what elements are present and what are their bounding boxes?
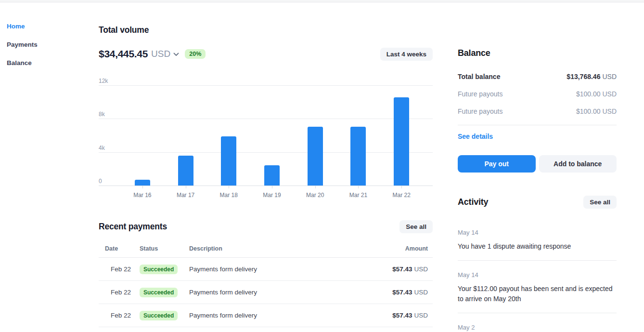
pay-out-button[interactable]: Pay out: [458, 155, 536, 173]
activity-title: Activity: [458, 197, 488, 207]
date-range-button[interactable]: Last 4 weeks: [380, 48, 433, 61]
recent-payments-title: Recent payments: [99, 222, 167, 232]
payments-see-all-button[interactable]: See all: [399, 220, 433, 233]
currency-label: USD: [151, 49, 170, 59]
x-axis-tick-label: Mar 22: [370, 192, 433, 199]
total-volume-summary: $34,445.45 USD 20% Last 4 weeks: [99, 47, 433, 61]
volume-chart: 12k8k4k0Mar 16Mar 17Mar 18Mar 19Mar 20Ma…: [99, 80, 433, 198]
column-header-amount: Amount: [365, 245, 428, 252]
payment-description: Payments form delivery: [189, 266, 365, 273]
sidebar-item-home[interactable]: Home: [7, 23, 84, 30]
activity-see-all-button[interactable]: See all: [583, 196, 617, 209]
payment-row[interactable]: Feb 22 Succeeded Payments form delivery …: [99, 281, 433, 304]
bar-mar-22: [394, 97, 409, 186]
chevron-down-icon: [173, 53, 179, 56]
x-axis-tick-mark: [272, 186, 272, 188]
activity-date: May 14: [458, 229, 617, 236]
balance-row-label: Future payouts: [458, 107, 502, 115]
payment-currency: USD: [414, 312, 428, 319]
balance-row-future-payouts: Future payouts $100.00 USD: [458, 90, 617, 98]
status-badge: Succeeded: [140, 288, 178, 297]
payment-currency: USD: [414, 289, 428, 296]
payment-row[interactable]: Feb 22 Succeeded Payments form delivery …: [99, 304, 433, 327]
sidebar: Home Payments Balance: [7, 23, 84, 78]
sidebar-item-balance[interactable]: Balance: [7, 60, 84, 66]
column-header-status: Status: [140, 245, 189, 252]
chart-column: Mar 22: [380, 80, 423, 186]
balance-row-amount: $100.00: [576, 90, 601, 98]
y-axis-tick-label: 0: [99, 178, 102, 185]
y-axis-tick-label: 12k: [99, 78, 108, 84]
chart-column: Mar 18: [207, 80, 250, 186]
activity-text: You have 1 dispute awaiting response: [458, 241, 617, 252]
payment-date: Feb 22: [105, 289, 140, 296]
column-header-date: Date: [105, 245, 140, 252]
balance-row-amount: $100.00: [576, 107, 601, 115]
balance-row-label: Future payouts: [458, 90, 502, 98]
main-column: Total volume $34,445.45 USD 20% Last 4 w…: [99, 0, 433, 327]
balance-row-label: Total balance: [458, 73, 500, 80]
gridline: [99, 186, 433, 186]
x-axis-tick-mark: [358, 186, 359, 188]
x-axis-tick-mark: [186, 186, 186, 188]
chart-column: Mar 16: [121, 80, 164, 186]
x-axis-tick-mark: [229, 186, 229, 188]
chart-column: Mar 17: [164, 80, 207, 186]
payment-amount: $57.43: [392, 312, 412, 319]
payment-description: Payments form delivery: [189, 289, 365, 296]
payment-row[interactable]: Feb 22 Succeeded Payments form delivery …: [99, 258, 433, 281]
x-axis-tick-mark: [142, 186, 143, 188]
bar-mar-18: [221, 136, 236, 186]
activity-header: Activity See all: [458, 196, 617, 209]
growth-badge: 20%: [185, 49, 206, 59]
balance-row-currency: USD: [602, 73, 617, 80]
payment-amount: $57.43: [392, 289, 412, 296]
balance-row-amount: $13,768.46: [567, 73, 600, 80]
balance-row-currency: USD: [602, 107, 617, 115]
balance-title: Balance: [458, 48, 617, 58]
payment-currency: USD: [414, 266, 428, 273]
activity-divider: [458, 260, 617, 261]
balance-actions: Pay out Add to balance: [458, 155, 617, 173]
recent-payments-section: Recent payments See all Date Status Desc…: [99, 220, 433, 327]
payment-date: Feb 22: [105, 266, 140, 273]
chart-column: Mar 20: [294, 80, 337, 186]
currency-dropdown[interactable]: USD: [148, 49, 179, 59]
activity-divider: [458, 313, 617, 313]
payment-description: Payments form delivery: [189, 312, 365, 319]
bar-mar-21: [350, 127, 366, 186]
balance-row-total: Total balance $13,768.46USD: [458, 73, 617, 80]
activity-item: May 14 Your $112.00 payout has been sent…: [458, 271, 617, 304]
y-axis-tick-label: 8k: [99, 111, 105, 118]
status-badge: Succeeded: [140, 311, 178, 320]
activity-date: May 14: [458, 271, 617, 279]
see-details-link[interactable]: See details: [458, 133, 493, 140]
total-volume-amount: $34,445.45: [99, 48, 148, 60]
activity-item: May 2: [458, 324, 617, 331]
payment-date: Feb 22: [105, 312, 140, 319]
payments-table-header: Date Status Description Amount: [99, 240, 433, 258]
status-badge: Succeeded: [140, 265, 178, 274]
balance-row-future-payouts: Future payouts $100.00 USD: [458, 107, 617, 115]
chart-columns: Mar 16Mar 17Mar 18Mar 19Mar 20Mar 21Mar …: [121, 80, 423, 186]
activity-list: May 14 You have 1 dispute awaiting respo…: [458, 229, 617, 331]
bar-mar-17: [178, 156, 193, 186]
balance-rows: Total balance $13,768.46USD Future payou…: [458, 73, 617, 115]
add-to-balance-button[interactable]: Add to balance: [539, 155, 617, 173]
activity-text: Your $112.00 payout has been sent and is…: [458, 284, 617, 304]
bar-mar-19: [264, 165, 280, 186]
activity-item: May 14 You have 1 dispute awaiting respo…: [458, 229, 617, 252]
x-axis-tick-mark: [315, 186, 316, 188]
bar-mar-20: [308, 127, 323, 186]
sidebar-item-payments[interactable]: Payments: [7, 41, 84, 48]
column-header-description: Description: [189, 245, 365, 252]
y-axis-tick-label: 4k: [99, 145, 105, 151]
right-column: Balance Total balance $13,768.46USD Futu…: [458, 0, 617, 331]
x-axis-tick-mark: [401, 186, 402, 188]
chart-column: Mar 19: [250, 80, 294, 186]
activity-date: May 2: [458, 324, 617, 331]
balance-divider: [458, 125, 617, 125]
payment-amount: $57.43: [392, 266, 412, 273]
bar-mar-16: [135, 180, 150, 186]
balance-row-currency: USD: [602, 90, 617, 98]
